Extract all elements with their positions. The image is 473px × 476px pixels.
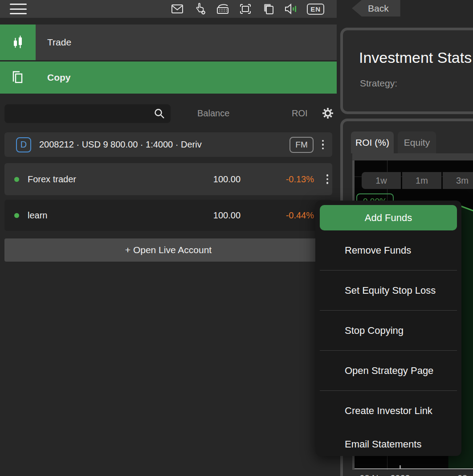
- language-badge[interactable]: EN: [307, 4, 324, 15]
- copy-tab-label: Copy: [47, 72, 71, 83]
- status-dot-icon: [14, 213, 19, 218]
- pointer-settings-icon[interactable]: [193, 3, 207, 15]
- stats-card-title: Investment Stats: [359, 49, 473, 66]
- x-axis-label: 08 Nov 2023: [359, 473, 410, 476]
- fullscreen-icon[interactable]: [239, 3, 252, 15]
- strategy-balance: 100.00: [180, 210, 241, 221]
- strategy-name: learn: [28, 210, 47, 221]
- chart-x-axis-labels: 08 Nov 2023 08: [352, 473, 473, 476]
- strategy-row-forex-trader[interactable]: Forex trader 100.00 -0.13%: [4, 163, 332, 195]
- status-dot-icon: [14, 177, 19, 182]
- strategy-context-menu: Add Funds Remove Funds Set Equity Stop L…: [315, 201, 461, 456]
- menu-item-stop-copying[interactable]: Stop Copying: [315, 311, 461, 350]
- candlestick-icon: [0, 25, 36, 60]
- account-row[interactable]: D 2008212 · USD 9 800.00 · 1:4000 · Deri…: [4, 132, 332, 157]
- time-range-selector: 1w 1m 3m: [362, 172, 473, 189]
- volume-icon[interactable]: [284, 3, 298, 15]
- keyboard-icon[interactable]: [216, 3, 229, 15]
- strategy-roi: -0.13%: [272, 174, 314, 185]
- search-icon: [153, 107, 166, 120]
- gear-icon[interactable]: [321, 106, 335, 120]
- strategy-row-learn[interactable]: learn 100.00 -0.44%: [4, 200, 332, 231]
- add-funds-button[interactable]: Add Funds: [320, 205, 457, 230]
- balance-column-header[interactable]: Balance: [197, 108, 229, 119]
- fm-badge: FM: [290, 137, 314, 153]
- menu-item-set-equity-stop-loss[interactable]: Set Equity Stop Loss: [315, 271, 461, 310]
- account-kebab-menu-icon[interactable]: [317, 137, 329, 152]
- account-summary: 2008212 · USD 9 800.00 · 1:4000 · Deriv: [39, 140, 202, 150]
- menu-icon[interactable]: [10, 4, 27, 14]
- investment-stats-card: Investment Stats Strategy:: [340, 28, 473, 114]
- sidebar-item-trade[interactable]: Trade: [0, 25, 337, 60]
- strategy-name: Forex trader: [28, 174, 76, 185]
- strategy-kebab-menu-icon[interactable]: [322, 172, 333, 187]
- topbar-icon-row: EN: [171, 3, 324, 15]
- range-3m-button[interactable]: 3m: [443, 172, 473, 189]
- menu-item-create-investor-link[interactable]: Create Investor Link: [315, 391, 461, 431]
- account-type-badge: D: [16, 137, 31, 152]
- top-bar: EN: [0, 0, 337, 18]
- tab-equity[interactable]: Equity: [398, 131, 436, 153]
- strategy-label: Strategy:: [360, 78, 473, 89]
- menu-item-remove-funds[interactable]: Remove Funds: [315, 230, 461, 270]
- menu-item-email-statements[interactable]: Email Statements: [315, 431, 461, 456]
- copy-icon: [0, 62, 36, 94]
- mail-icon[interactable]: [171, 3, 184, 15]
- strategy-balance: 100.00: [180, 174, 241, 185]
- search-input[interactable]: [4, 104, 171, 123]
- trade-tab-label: Trade: [47, 37, 71, 48]
- x-axis-label: 08: [457, 473, 467, 476]
- copy-windows-icon[interactable]: [261, 3, 275, 15]
- sidebar-item-copy[interactable]: Copy: [0, 62, 337, 94]
- roi-column-header[interactable]: ROI: [292, 108, 308, 119]
- tabbar-base: [352, 153, 473, 160]
- range-1w-button[interactable]: 1w: [362, 172, 401, 189]
- strategy-roi: -0.44%: [272, 210, 314, 221]
- tab-roi-percent[interactable]: ROI (%): [351, 131, 394, 153]
- back-button[interactable]: Back: [352, 0, 400, 16]
- open-live-account-button[interactable]: + Open Live Account: [4, 238, 332, 262]
- range-1m-button[interactable]: 1m: [402, 172, 441, 189]
- menu-item-open-strategy-page[interactable]: Open Strategy Page: [315, 351, 461, 390]
